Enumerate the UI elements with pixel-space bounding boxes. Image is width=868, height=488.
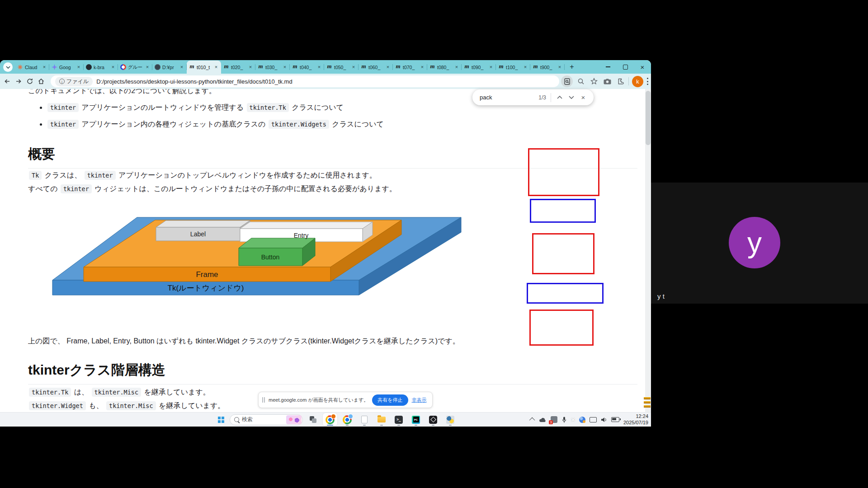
maximize-button[interactable] (617, 60, 634, 74)
taskbar-clock[interactable]: 12:24 2025/07/19 (623, 413, 648, 426)
minimize-button[interactable] (599, 60, 617, 74)
scrollbar[interactable] (645, 89, 651, 412)
taskbar-chrome-profile-2[interactable] (340, 413, 354, 426)
bookmark-star-icon[interactable] (589, 76, 599, 86)
info-icon (59, 79, 65, 84)
tab-close-icon[interactable] (385, 65, 391, 70)
tray-expand-chevron[interactable] (531, 418, 535, 422)
tab-close-icon[interactable] (316, 65, 322, 70)
tab-strip: Claud Goog k-bra (0, 60, 651, 74)
tab-favicon (361, 64, 367, 70)
browser-tab[interactable]: t900_ (530, 61, 565, 74)
annotation-rectangle (529, 310, 594, 346)
browser-tab[interactable]: t090_ (462, 61, 496, 74)
browser-tab[interactable]: Goog (49, 61, 84, 74)
taskbar-terminal[interactable]: >_ (392, 413, 406, 426)
back-button[interactable] (4, 78, 11, 85)
browser-tab[interactable]: k-bra (84, 61, 118, 74)
close-share-x-icon[interactable]: × (571, 416, 575, 423)
tab-close-icon[interactable] (488, 65, 494, 70)
tab-title: t900_ (540, 65, 555, 70)
app-sphere-icon[interactable] (579, 417, 585, 423)
profile-avatar[interactable]: k (632, 76, 643, 87)
tab-close-icon[interactable] (110, 65, 116, 70)
tab-close-icon[interactable] (557, 65, 562, 70)
clock-time: 12:24 (623, 413, 648, 420)
tab-close-icon[interactable] (248, 65, 253, 70)
browser-tab[interactable]: t010_t (187, 61, 221, 74)
browser-tab[interactable]: t100_ (496, 61, 530, 74)
browser-tab[interactable]: t080_ (427, 61, 462, 74)
taskbar-file-explorer[interactable] (374, 413, 389, 426)
tab-title: Claud (25, 65, 40, 70)
zoom-icon[interactable] (576, 76, 586, 86)
tab-favicon (223, 64, 229, 70)
url-scheme-chip[interactable]: ファイル (55, 77, 93, 86)
stop-sharing-button[interactable]: 共有を停止 (372, 394, 408, 406)
tab-close-icon[interactable] (523, 65, 528, 70)
annotation-rectangle (528, 148, 599, 196)
find-next-button[interactable] (566, 92, 577, 103)
tab-close-icon[interactable] (282, 65, 288, 70)
notification-badge-icon[interactable]: 3 (551, 416, 557, 423)
taskbar-pycharm[interactable]: PC (409, 413, 423, 426)
find-close-button[interactable] (577, 92, 589, 103)
browser-tab[interactable]: t070_ (393, 61, 427, 74)
url-text[interactable]: D:/projects/lessons/desktop-ui-lessons-p… (96, 78, 292, 85)
tab-close-icon[interactable] (76, 65, 81, 70)
tab-close-icon[interactable] (351, 65, 356, 70)
text-segment: を継承しています。 (157, 402, 225, 409)
meet-participant-tile[interactable]: y y t (651, 183, 868, 304)
tab-close-icon[interactable] (420, 65, 425, 70)
browser-tab[interactable]: t050_ (324, 61, 359, 74)
tab-search-button[interactable] (3, 62, 13, 72)
microphone-icon[interactable] (561, 417, 567, 423)
windows-logo-icon (218, 417, 224, 423)
menu-dots-icon[interactable] (646, 78, 648, 85)
browser-tab[interactable]: t020_ (221, 61, 255, 74)
browser-tab[interactable]: t040_ (290, 61, 324, 74)
tab-close-icon[interactable] (179, 65, 184, 70)
taskbar-python-app[interactable] (443, 413, 458, 426)
tab-close-icon[interactable] (213, 65, 219, 70)
tabs: Claud Goog k-bra (15, 61, 565, 74)
battery-icon[interactable] (611, 417, 619, 422)
onedrive-cloud-icon[interactable] (539, 417, 547, 422)
browser-tab[interactable]: グルー (118, 61, 152, 74)
find-previous-button[interactable] (554, 92, 566, 103)
toc-hamburger-icon[interactable] (644, 397, 651, 409)
hide-banner-link[interactable]: 非表示 (412, 397, 427, 404)
taskbar-chrome-profile-k[interactable] (323, 413, 337, 426)
address-bar[interactable]: ファイル D:/projects/lessons/desktop-ui-less… (51, 75, 559, 87)
home-button[interactable] (38, 78, 45, 85)
overview-paragraph: Tk クラスは、 tkinter アプリケーションのトップレベルウィンドウを作成… (28, 169, 396, 196)
list-item: tkinter アプリケーション内の各種ウィジェットの基底クラスの tkinte… (28, 120, 384, 129)
find-input[interactable]: pack (480, 94, 538, 101)
tab-close-icon[interactable] (454, 65, 459, 70)
chrome-icon (343, 415, 352, 424)
browser-tab[interactable]: D:¥pr (152, 61, 187, 74)
tab-close-icon[interactable] (145, 65, 150, 70)
volume-icon[interactable] (601, 417, 607, 422)
tab-close-icon[interactable] (42, 65, 47, 70)
text-segment: アプリケーションのルートウィンドウを管理する (80, 103, 246, 111)
reload-button[interactable] (26, 78, 33, 85)
drag-handle-icon[interactable] (262, 397, 265, 403)
close-button[interactable] (634, 60, 651, 74)
browser-tab[interactable]: t060_ (359, 61, 393, 74)
new-tab-button[interactable] (566, 61, 577, 72)
tab-title: t080_ (437, 65, 452, 70)
forward-button[interactable] (15, 78, 22, 85)
task-view-button[interactable] (306, 413, 320, 426)
browser-tab[interactable]: Claud (15, 61, 49, 74)
browser-tab[interactable]: t030_ (255, 61, 290, 74)
scrollbar-thumb[interactable] (646, 91, 651, 145)
screenshot-camera-icon[interactable] (602, 76, 612, 86)
reader-mode-icon[interactable] (561, 75, 573, 87)
start-button[interactable] (215, 414, 227, 426)
cast-display-icon[interactable] (590, 417, 597, 422)
taskbar-dark-app[interactable] (426, 413, 440, 426)
extensions-puzzle-icon[interactable] (615, 76, 625, 86)
taskbar-notepad[interactable] (357, 413, 372, 426)
taskbar-search[interactable]: 検索 (230, 414, 303, 425)
